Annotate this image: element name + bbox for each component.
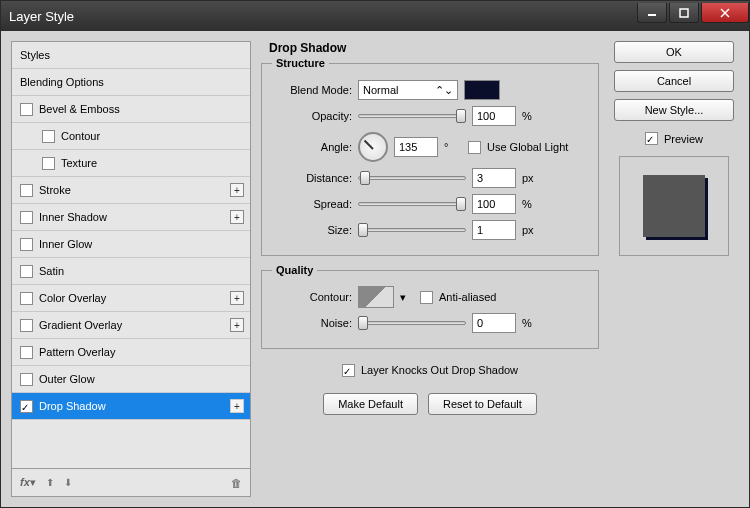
sidebar-item-label: Styles [20,49,50,61]
preview-label: Preview [664,133,703,145]
sidebar-item-label: Inner Shadow [39,211,107,223]
down-arrow-icon[interactable]: ⬇ [64,477,72,488]
sidebar-item-gradient-overlay[interactable]: Gradient Overlay+ [12,312,250,339]
fx-icon[interactable]: fx▾ [20,476,36,489]
cancel-button[interactable]: Cancel [614,70,734,92]
sidebar-item-label: Stroke [39,184,71,196]
sidebar-item-styles[interactable]: Styles [12,42,250,69]
sidebar-item-label: Outer Glow [39,373,95,385]
layer-style-dialog: Layer Style StylesBlending OptionsBevel … [0,0,750,508]
sidebar-item-texture[interactable]: Texture [12,150,250,177]
spread-field[interactable]: 100 [472,194,516,214]
contour-picker[interactable] [358,286,394,308]
chevron-down-icon: ⌃⌄ [435,84,453,97]
distance-field[interactable]: 3 [472,168,516,188]
sidebar-item-inner-shadow[interactable]: Inner Shadow+ [12,204,250,231]
titlebar[interactable]: Layer Style [1,1,749,31]
maximize-button[interactable] [669,3,699,23]
sidebar-item-outer-glow[interactable]: Outer Glow [12,366,250,393]
add-effect-icon[interactable]: + [230,318,244,332]
sidebar-item-stroke[interactable]: Stroke+ [12,177,250,204]
shadow-color-swatch[interactable] [464,80,500,100]
sidebar-item-drop-shadow[interactable]: Drop Shadow+ [12,393,250,420]
style-checkbox[interactable] [20,373,33,386]
sidebar-item-label: Contour [61,130,100,142]
settings-panel: Drop Shadow Structure Blend Mode: Normal… [261,41,599,497]
style-checkbox[interactable] [42,130,55,143]
style-checkbox[interactable] [20,265,33,278]
make-default-button[interactable]: Make Default [323,393,418,415]
blend-mode-label: Blend Mode: [272,84,352,96]
distance-slider[interactable] [358,170,466,186]
style-checkbox[interactable] [20,184,33,197]
add-effect-icon[interactable]: + [230,291,244,305]
style-checkbox[interactable] [20,211,33,224]
sidebar-item-contour[interactable]: Contour [12,123,250,150]
preview-box [619,156,729,256]
noise-slider[interactable] [358,315,466,331]
sidebar-item-label: Color Overlay [39,292,106,304]
close-button[interactable] [701,3,749,23]
structure-group: Structure Blend Mode: Normal ⌃⌄ Opacity:… [261,57,599,256]
sidebar-item-pattern-overlay[interactable]: Pattern Overlay [12,339,250,366]
sidebar-item-satin[interactable]: Satin [12,258,250,285]
sidebar-item-inner-glow[interactable]: Inner Glow [12,231,250,258]
window-title: Layer Style [9,9,635,24]
angle-field[interactable]: 135 [394,137,438,157]
sidebar-item-bevel-emboss[interactable]: Bevel & Emboss [12,96,250,123]
trash-icon[interactable]: 🗑 [231,477,242,489]
quality-group: Quality Contour: ▾ Anti-aliased Noise: 0… [261,264,599,349]
spread-unit: % [522,198,540,210]
check-icon [646,133,657,144]
sidebar-item-label: Drop Shadow [39,400,106,412]
up-arrow-icon[interactable]: ⬆ [46,477,54,488]
minimize-button[interactable] [637,3,667,23]
add-effect-icon[interactable]: + [230,399,244,413]
use-global-light-checkbox[interactable] [468,141,481,154]
antialiased-label: Anti-aliased [439,291,496,303]
reset-default-button[interactable]: Reset to Default [428,393,537,415]
spread-slider[interactable] [358,196,466,212]
size-label: Size: [272,224,352,236]
angle-dial[interactable] [358,132,388,162]
sidebar-item-blending-options[interactable]: Blending Options [12,69,250,96]
dialog-body: StylesBlending OptionsBevel & EmbossCont… [1,31,749,507]
ok-button[interactable]: OK [614,41,734,63]
use-global-light-label: Use Global Light [487,141,568,153]
style-checkbox[interactable] [42,157,55,170]
style-checkbox[interactable] [20,400,33,413]
style-checkbox[interactable] [20,346,33,359]
add-effect-icon[interactable]: + [230,210,244,224]
sidebar-item-label: Texture [61,157,97,169]
sidebar-item-label: Gradient Overlay [39,319,122,331]
style-checkbox[interactable] [20,103,33,116]
add-effect-icon[interactable]: + [230,183,244,197]
style-checkbox[interactable] [20,238,33,251]
check-icon [343,365,354,376]
opacity-slider[interactable] [358,108,466,124]
noise-label: Noise: [272,317,352,329]
knockout-checkbox[interactable] [342,364,355,377]
new-style-button[interactable]: New Style... [614,99,734,121]
blend-mode-select[interactable]: Normal ⌃⌄ [358,80,458,100]
size-slider[interactable] [358,222,466,238]
distance-label: Distance: [272,172,352,184]
angle-label: Angle: [272,141,352,153]
blend-mode-value: Normal [363,84,398,96]
styles-panel: StylesBlending OptionsBevel & EmbossCont… [11,41,251,497]
size-field[interactable]: 1 [472,220,516,240]
preview-checkbox[interactable] [645,132,658,145]
opacity-field[interactable]: 100 [472,106,516,126]
noise-field[interactable]: 0 [472,313,516,333]
knockout-label: Layer Knocks Out Drop Shadow [361,364,518,376]
antialiased-checkbox[interactable] [420,291,433,304]
structure-legend: Structure [272,57,329,69]
sidebar-item-label: Blending Options [20,76,104,88]
panel-title: Drop Shadow [261,41,599,55]
opacity-unit: % [522,110,540,122]
sidebar-item-label: Inner Glow [39,238,92,250]
style-checkbox[interactable] [20,319,33,332]
sidebar-item-color-overlay[interactable]: Color Overlay+ [12,285,250,312]
angle-unit: ° [444,141,462,153]
style-checkbox[interactable] [20,292,33,305]
